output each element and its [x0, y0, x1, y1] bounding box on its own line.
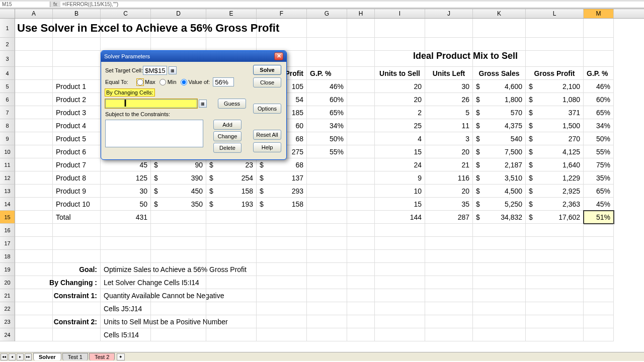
product-name[interactable]: Product 7 [53, 158, 101, 171]
close-icon[interactable]: ✕ [274, 52, 283, 60]
row-16[interactable]: 16 [0, 224, 15, 237]
col-I[interactable]: I [375, 9, 425, 18]
tab-nav[interactable]: ◂◂◂▸▸▸ [0, 353, 32, 360]
tab-test2[interactable]: Test 2 [89, 353, 115, 360]
product-name[interactable]: Product 3 [53, 106, 101, 119]
goal-label[interactable]: Goal: [53, 263, 101, 276]
col-K[interactable]: K [473, 9, 526, 18]
row-18[interactable]: 18 [0, 250, 15, 263]
col-M[interactable]: M [584, 9, 614, 18]
row-8[interactable]: 8 [0, 119, 15, 132]
value-of-input[interactable] [213, 77, 234, 86]
row-3[interactable]: 3 [0, 51, 15, 67]
row-2[interactable]: 2 [0, 38, 15, 51]
constraints-listbox[interactable] [105, 120, 203, 147]
changing-cells-input[interactable] [105, 99, 197, 108]
fx-icon[interactable]: fx [50, 2, 60, 7]
row-14[interactable]: 14 [0, 198, 15, 211]
product-name[interactable]: Product 10 [53, 198, 101, 211]
product-name[interactable]: Product 1 [53, 80, 101, 93]
row-9[interactable]: 9 [0, 132, 15, 145]
total-k[interactable]: $34,832 [473, 211, 526, 224]
row-13[interactable]: 13 [0, 185, 15, 198]
options-button[interactable]: Options [253, 104, 281, 114]
add-button[interactable]: Add [213, 120, 242, 130]
hdr-gross-profit[interactable]: Gross Profit [526, 67, 584, 80]
row-21[interactable]: 21 [0, 289, 15, 302]
bychanging-label[interactable]: By Changing : [53, 276, 101, 289]
goal-text[interactable]: Optimize Sales to Achieve a 56% Gross Pr… [101, 263, 151, 276]
product-name[interactable]: Product 6 [53, 145, 101, 158]
name-box[interactable]: M15 [0, 2, 50, 7]
col-A[interactable]: A [15, 9, 53, 18]
reset-all-button[interactable]: Reset All [253, 130, 281, 140]
col-H[interactable]: H [347, 9, 375, 18]
total-m-selected[interactable]: 51% [584, 211, 614, 224]
guess-button[interactable]: Guess [218, 99, 246, 109]
row-5[interactable]: 5 [0, 80, 15, 93]
range-picker-icon[interactable]: ▦ [169, 66, 177, 74]
delete-button[interactable]: Delete [213, 143, 242, 153]
row-11[interactable]: 11 [0, 158, 15, 171]
hdr-units-sell[interactable]: Units to Sell [375, 67, 425, 80]
col-D[interactable]: D [151, 9, 206, 18]
hdr-gp[interactable]: G.P. % [307, 67, 347, 80]
row-10[interactable]: 10 [0, 145, 15, 158]
row-15[interactable]: 15 [0, 211, 15, 224]
row-12[interactable]: 12 [0, 171, 15, 185]
row-6[interactable]: 6 [0, 93, 15, 106]
tab-solver[interactable]: Solver [33, 353, 61, 360]
range-picker-icon[interactable]: ▦ [199, 100, 207, 108]
hdr-gross-sales[interactable]: Gross Sales [473, 67, 526, 80]
help-button[interactable]: Help [253, 142, 281, 152]
constraint1-cells[interactable]: Cells J5:J14 [101, 302, 151, 315]
hdr-gp2[interactable]: G.P. % [584, 67, 614, 80]
row-20[interactable]: 20 [0, 276, 15, 289]
row-24[interactable]: 24 [0, 328, 15, 341]
col-G[interactable]: G [307, 9, 347, 18]
row-19[interactable]: 19 [0, 263, 15, 276]
col-L[interactable]: L [526, 9, 584, 18]
col-E[interactable]: E [206, 9, 257, 18]
product-name[interactable]: Product 2 [53, 93, 101, 106]
row-17[interactable]: 17 [0, 237, 15, 250]
row-22[interactable]: 22 [0, 302, 15, 315]
radio-max[interactable] [137, 79, 143, 85]
total-c[interactable]: 431 [101, 211, 151, 224]
target-cell-input[interactable] [143, 66, 167, 75]
new-sheet-icon[interactable]: ✦ [117, 353, 125, 360]
col-F[interactable]: F [257, 9, 307, 18]
product-name[interactable]: Product 9 [53, 185, 101, 198]
change-button[interactable]: Change [213, 131, 242, 141]
row-1[interactable]: 1 [0, 19, 15, 38]
close-button[interactable]: Close [253, 77, 281, 87]
total-label[interactable]: Total [53, 211, 101, 224]
product-name[interactable]: Product 8 [53, 171, 101, 185]
select-all-corner[interactable] [0, 9, 15, 18]
row-7[interactable]: 7 [0, 106, 15, 119]
hdr-units-left[interactable]: Units Left [425, 67, 473, 80]
bychanging-text[interactable]: Let Solver Change Cells I5:I14 [101, 276, 151, 289]
total-j[interactable]: 287 [425, 211, 473, 224]
constraint1-text[interactable]: Quantity Available Cannot be Negative [101, 289, 151, 302]
col-B[interactable]: B [53, 9, 101, 18]
constraint2-label[interactable]: Constraint 2: [53, 315, 101, 328]
row-4[interactable]: 4 [0, 67, 15, 80]
radio-min[interactable] [159, 79, 166, 85]
total-l[interactable]: $17,602 [526, 211, 584, 224]
solve-button[interactable]: Solve [253, 65, 281, 75]
total-i[interactable]: 144 [375, 211, 425, 224]
tab-test1[interactable]: Test 1 [62, 353, 88, 360]
constraint2-cells[interactable]: Cells I5:I14 [101, 328, 151, 341]
constraint1-label[interactable]: Constraint 1: [53, 289, 101, 302]
product-name[interactable]: Product 4 [53, 119, 101, 132]
row-23[interactable]: 23 [0, 315, 15, 328]
col-J[interactable]: J [425, 9, 473, 18]
dialog-titlebar[interactable]: Solver Parameters ✕ [101, 51, 286, 62]
set-target-label: Set Target Cell: [105, 67, 143, 73]
col-C[interactable]: C [101, 9, 151, 18]
product-name[interactable]: Product 5 [53, 132, 101, 145]
radio-value-of[interactable] [181, 79, 187, 85]
formula-input[interactable]: =IFERROR((L15/K15),"") [60, 2, 644, 7]
constraint2-text[interactable]: Units to Sell Must be a Positive Number [101, 315, 151, 328]
